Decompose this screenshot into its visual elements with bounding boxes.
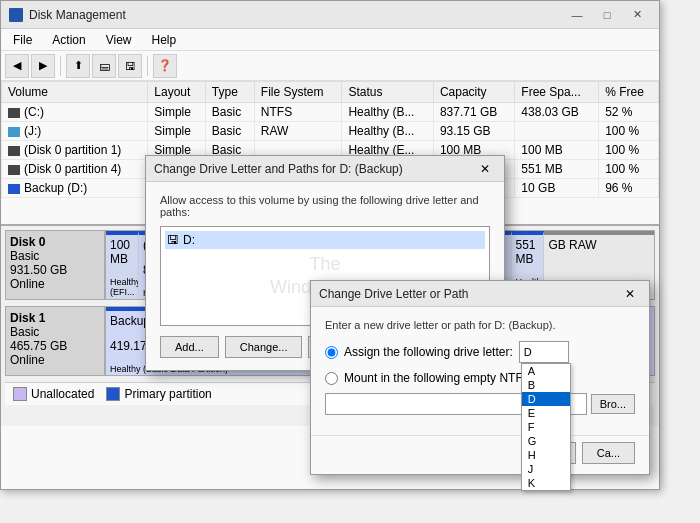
cell-free: 551 MB — [515, 160, 599, 179]
dialog1-title-bar: Change Drive Letter and Paths for D: (Ba… — [146, 156, 504, 182]
dialog2-footer: OK Ca... — [311, 435, 649, 474]
path-drive-icon: 🖫 — [167, 233, 179, 247]
dialog2-title-bar: Change Drive Letter or Path ✕ — [311, 281, 649, 307]
minimize-button[interactable]: — — [563, 4, 591, 26]
dialog1-description: Allow access to this volume by using the… — [160, 194, 490, 218]
menu-view[interactable]: View — [98, 31, 140, 49]
legend-unalloc-box — [13, 387, 27, 401]
dialog2-description: Enter a new drive letter or path for D: … — [325, 319, 635, 331]
dialog2-close-button[interactable]: ✕ — [619, 284, 641, 304]
dialog1-title: Change Drive Letter and Paths for D: (Ba… — [154, 162, 403, 176]
cell-status: Healthy (B... — [342, 103, 433, 122]
table-row[interactable]: (J:) Simple Basic RAW Healthy (B... 93.1… — [2, 122, 659, 141]
radio-assign-row: Assign the following drive letter: D A B… — [325, 341, 635, 363]
option-b[interactable]: B — [522, 378, 570, 392]
disk-1-label: Disk 1 Basic 465.75 GB Online — [5, 306, 105, 376]
radio-mount[interactable] — [325, 372, 338, 385]
radio-assign-label: Assign the following drive letter: — [344, 345, 513, 359]
cell-pct-free: 100 % — [599, 141, 659, 160]
option-h[interactable]: H — [522, 448, 570, 462]
cell-pct-free: 52 % — [599, 103, 659, 122]
toolbar-separator — [60, 56, 61, 76]
col-fs: File System — [254, 82, 342, 103]
toolbar: ◀ ▶ ⬆ 🖴 🖫 ❓ — [1, 51, 659, 81]
cell-volume: Backup (D:) — [2, 179, 148, 198]
col-status: Status — [342, 82, 433, 103]
main-window-title: Disk Management — [29, 8, 126, 22]
toolbar-help[interactable]: ❓ — [153, 54, 177, 78]
dialog2-body: Enter a new drive letter or path for D: … — [311, 307, 649, 435]
cell-pct-free: 100 % — [599, 122, 659, 141]
legend-primary-box — [106, 387, 120, 401]
cell-fs: RAW — [254, 122, 342, 141]
cell-volume: (Disk 0 partition 1) — [2, 141, 148, 160]
toolbar-forward[interactable]: ▶ — [31, 54, 55, 78]
menu-action[interactable]: Action — [44, 31, 93, 49]
dialog1-add-button[interactable]: Add... — [160, 336, 219, 358]
dialog1-change-button[interactable]: Change... — [225, 336, 303, 358]
radio-assign[interactable] — [325, 346, 338, 359]
toolbar-disk2[interactable]: 🖫 — [118, 54, 142, 78]
legend-primary: Primary partition — [106, 387, 211, 401]
dialog1-close-button[interactable]: ✕ — [474, 159, 496, 179]
cell-capacity: 93.15 GB — [433, 122, 514, 141]
menu-bar: File Action View Help — [1, 29, 659, 51]
path-entry-d[interactable]: 🖫 D: — [165, 231, 485, 249]
toolbar-separator2 — [147, 56, 148, 76]
browse-button[interactable]: Bro... — [591, 394, 635, 414]
dialog2-title: Change Drive Letter or Path — [319, 287, 468, 301]
main-title-bar: Disk Management — □ ✕ — [1, 1, 659, 29]
cell-volume: (C:) — [2, 103, 148, 122]
window-controls: — □ ✕ — [563, 4, 651, 26]
option-j[interactable]: J — [522, 462, 570, 476]
menu-file[interactable]: File — [5, 31, 40, 49]
cell-volume: (Disk 0 partition 4) — [2, 160, 148, 179]
col-type: Type — [205, 82, 254, 103]
drive-letter-select[interactable]: D A B E F G H J K — [519, 341, 569, 363]
close-button[interactable]: ✕ — [623, 4, 651, 26]
cell-layout: Simple — [148, 122, 206, 141]
col-capacity: Capacity — [433, 82, 514, 103]
cell-pct-free: 100 % — [599, 160, 659, 179]
cell-layout: Simple — [148, 103, 206, 122]
option-d[interactable]: D — [522, 392, 570, 406]
option-g[interactable]: G — [522, 434, 570, 448]
drive-letter-dropdown-wrapper: D A B E F G H J K A B D E F G — [519, 341, 569, 363]
legend-primary-label: Primary partition — [124, 387, 211, 401]
disk-1-status: Online — [10, 353, 45, 367]
cell-pct-free: 96 % — [599, 179, 659, 198]
option-f[interactable]: F — [522, 420, 570, 434]
col-free: Free Spa... — [515, 82, 599, 103]
disk-0-status: Online — [10, 277, 45, 291]
col-volume: Volume — [2, 82, 148, 103]
dialog-change-drive-letter2: Change Drive Letter or Path ✕ Enter a ne… — [310, 280, 650, 475]
disk-1-type: Basic — [10, 325, 39, 339]
cell-status: Healthy (B... — [342, 122, 433, 141]
option-e[interactable]: E — [522, 406, 570, 420]
disk-0-name: Disk 0 — [10, 235, 100, 249]
toolbar-disk-props[interactable]: 🖴 — [92, 54, 116, 78]
legend-unalloc-label: Unallocated — [31, 387, 94, 401]
cell-fs: NTFS — [254, 103, 342, 122]
col-pct: % Free — [599, 82, 659, 103]
option-k[interactable]: K — [522, 476, 570, 490]
toolbar-up[interactable]: ⬆ — [66, 54, 90, 78]
cell-type: Basic — [205, 103, 254, 122]
disk-1-size: 465.75 GB — [10, 339, 67, 353]
drive-letter-dropdown-list: A B D E F G H J K — [521, 363, 571, 491]
option-a[interactable]: A — [522, 364, 570, 378]
maximize-button[interactable]: □ — [593, 4, 621, 26]
legend-unallocated: Unallocated — [13, 387, 94, 401]
cell-capacity: 837.71 GB — [433, 103, 514, 122]
cell-volume: (J:) — [2, 122, 148, 141]
cell-free: 10 GB — [515, 179, 599, 198]
disk-0-label: Disk 0 Basic 931.50 GB Online — [5, 230, 105, 300]
table-row[interactable]: (C:) Simple Basic NTFS Healthy (B... 837… — [2, 103, 659, 122]
radio-mount-row: Mount in the following empty NTFS folder… — [325, 371, 635, 385]
dialog2-cancel-button[interactable]: Ca... — [582, 442, 635, 464]
menu-help[interactable]: Help — [144, 31, 185, 49]
disk-0-part-efi[interactable]: 100 MB Healthy (EFI... — [106, 231, 139, 299]
cell-free: 438.03 GB — [515, 103, 599, 122]
path-drive-label: D: — [183, 233, 195, 247]
toolbar-back[interactable]: ◀ — [5, 54, 29, 78]
